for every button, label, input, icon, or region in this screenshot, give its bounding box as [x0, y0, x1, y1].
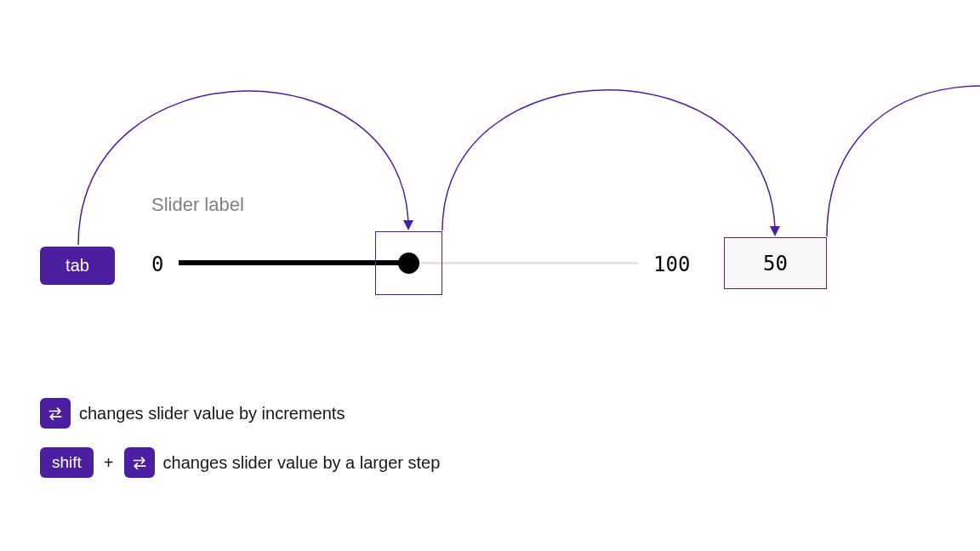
- slider-value-input[interactable]: 50: [724, 237, 827, 289]
- shift-key: shift: [40, 447, 94, 478]
- tab-key: tab: [40, 247, 115, 285]
- bidirectional-arrows-icon: [47, 405, 64, 422]
- slider-max-value: 100: [653, 253, 690, 276]
- slider-value-text: 50: [763, 252, 788, 276]
- bidirectional-arrows-icon: [131, 454, 148, 471]
- arrows-keycap-2: [124, 447, 155, 478]
- slider-min-value: 0: [151, 253, 163, 276]
- legend-text-2: changes slider value by a larger step: [163, 453, 441, 473]
- plus-sign: +: [104, 453, 114, 473]
- shift-key-label: shift: [52, 453, 82, 472]
- legend-row-2: shift + changes slider value by a larger…: [40, 447, 440, 478]
- slider-fill: [179, 260, 408, 265]
- legend: changes slider value by increments shift…: [40, 398, 440, 478]
- legend-row-1: changes slider value by increments: [40, 398, 440, 429]
- legend-text-1: changes slider value by increments: [79, 404, 345, 423]
- arrows-keycap: [40, 398, 71, 429]
- tab-key-label: tab: [66, 256, 89, 276]
- slider-thumb-focus-ring: [375, 231, 442, 295]
- slider-label: Slider label: [151, 194, 244, 216]
